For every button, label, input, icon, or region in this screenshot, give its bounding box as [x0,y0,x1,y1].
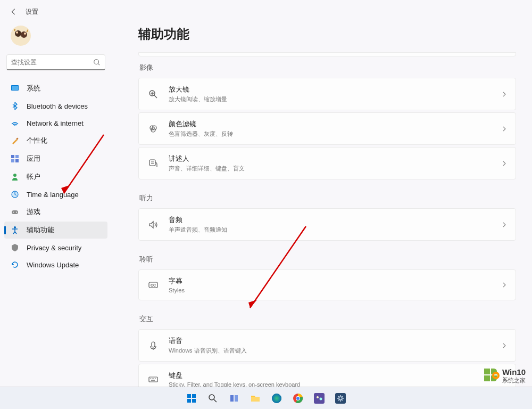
time-language-icon [11,190,19,199]
svg-point-5 [94,59,99,64]
taskbar-settings-button[interactable] [331,390,350,407]
card-title: 颜色滤镜 [169,119,502,129]
sidebar-item-privacy[interactable]: Privacy & security [4,240,107,256]
bluetooth-icon [11,102,19,110]
sidebar-item-apps[interactable]: 应用 [4,150,107,167]
sidebar-label: 个性化 [27,136,47,145]
audio-icon [147,219,159,231]
svg-point-18 [13,212,14,213]
card-narrator[interactable]: 讲述人声音、详细详细、键盘、盲文 [138,147,516,179]
svg-rect-49 [187,399,191,403]
taskbar-taskview-button[interactable] [225,390,244,407]
svg-rect-28 [149,160,155,166]
svg-rect-12 [15,155,19,158]
personalization-icon [11,136,19,145]
search-box[interactable] [6,54,105,70]
card-title: 字幕 [169,276,502,286]
card-title: 讲述人 [169,154,502,163]
taskbar-search-button[interactable] [203,390,222,407]
svg-rect-53 [230,395,234,402]
svg-text:CC: CC [151,283,156,287]
svg-rect-34 [149,377,157,382]
sidebar-label: 帐户 [27,172,40,182]
svg-point-9 [14,125,15,126]
card-title: 放大镜 [169,85,502,94]
svg-line-52 [214,399,217,402]
watermark: Win10 系统之家 [484,368,526,383]
chevron-right-icon [502,159,507,168]
section-label-interaction: 交互 [139,314,516,324]
svg-point-60 [296,397,300,400]
svg-rect-33 [152,342,155,347]
svg-line-6 [98,63,100,65]
section-label-captions: 聆听 [139,255,516,264]
sidebar-item-network[interactable]: Network & internet [4,115,107,131]
card-magnifier[interactable]: 放大镜放大镜阅读、缩放增量 [138,78,516,110]
card-title: 音频 [169,215,502,225]
sidebar-item-gaming[interactable]: 游戏 [4,203,107,220]
narrator-icon [147,158,159,169]
sidebar-item-time-language[interactable]: Time & language [4,186,107,202]
privacy-icon [11,243,19,252]
sidebar-label: Network & internet [27,119,84,127]
search-icon [93,59,101,66]
keyboard-icon [147,373,159,385]
sidebar-item-windows-update[interactable]: Windows Update [4,257,107,273]
card-color-filters[interactable]: 颜色滤镜色盲筛选器、灰度、反转 [138,112,516,145]
sidebar-item-personalization[interactable]: 个性化 [4,132,107,149]
card-title: 键盘 [169,371,502,380]
sidebar-label: 游戏 [27,207,40,217]
svg-point-1 [15,30,21,37]
chevron-right-icon [502,220,507,230]
card-sub: 色盲筛选器、灰度、反转 [169,130,502,138]
svg-rect-64 [335,393,346,404]
svg-point-3 [16,31,18,34]
svg-rect-55 [251,397,260,402]
svg-point-15 [13,174,16,177]
taskbar-explorer-button[interactable] [246,390,265,407]
taskbar[interactable] [0,387,532,409]
card-sub: 声音、详细详细、键盘、盲文 [169,165,502,173]
sidebar-label: 应用 [27,154,40,163]
card-keyboard[interactable]: 键盘Sticky, Filter, and Toggle keys, on-sc… [138,364,516,387]
sidebar-item-system[interactable]: 系统 [4,80,107,97]
svg-rect-50 [192,399,196,403]
chevron-right-icon [502,124,507,134]
sidebar-item-accounts[interactable]: 帐户 [4,168,107,185]
svg-point-57 [272,394,281,403]
taskbar-chrome-button[interactable] [288,390,307,407]
page-title: 辅助功能 [138,26,518,43]
back-button[interactable] [9,6,19,17]
gaming-icon [11,208,19,216]
section-label-vision: 影像 [139,63,516,72]
section-label-hearing: 听力 [139,193,516,203]
partial-card-top [138,52,516,56]
watermark-sub: 系统之家 [502,377,526,383]
card-audio[interactable]: 音频单声道音频、音频通知 [138,208,516,241]
taskbar-app1-button[interactable] [310,390,329,407]
window-title: 设置 [26,7,38,17]
taskbar-start-button[interactable] [182,390,201,407]
search-input[interactable] [11,59,93,66]
sidebar-label: Time & language [27,191,79,199]
svg-point-2 [21,31,27,38]
arrow-left-icon [10,8,18,15]
svg-line-22 [154,95,157,98]
svg-point-4 [24,32,26,35]
taskbar-edge-button[interactable] [267,390,286,407]
system-icon [11,84,19,93]
card-speech[interactable]: 语音Windows 语音识别、语音键入 [138,329,516,362]
sidebar-item-bluetooth[interactable]: Bluetooth & devices [4,98,107,114]
svg-point-51 [209,395,214,400]
svg-rect-17 [12,210,18,214]
svg-point-20 [14,226,16,228]
svg-rect-54 [235,395,238,402]
card-sub: 单声道音频、音频通知 [169,226,502,234]
chevron-right-icon [502,341,507,350]
sidebar-item-accessibility[interactable]: 辅助功能 [4,222,107,239]
sidebar-label: 系统 [27,84,40,93]
watermark-logo-icon [484,369,499,383]
card-captions[interactable]: CC 字幕Styles [138,269,516,300]
user-section[interactable] [4,21,107,54]
card-title: 语音 [169,336,502,346]
